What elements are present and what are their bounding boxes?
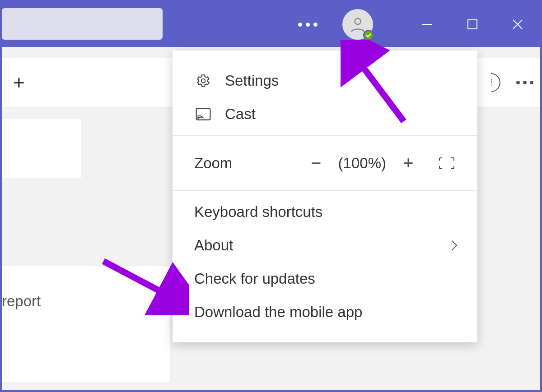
svg-line-9: [103, 261, 180, 302]
search-input[interactable]: [2, 8, 163, 40]
svg-rect-2: [468, 20, 477, 29]
svg-point-7: [197, 118, 199, 119]
cast-icon: [194, 108, 212, 120]
presence-badge-available-icon: [363, 30, 374, 41]
zoom-out-button[interactable]: −: [305, 153, 327, 173]
zoom-in-button[interactable]: +: [397, 153, 420, 173]
maximize-button[interactable]: [450, 2, 495, 47]
menu-item-label: Download the mobile app: [194, 304, 362, 321]
menu-item-label: About: [194, 237, 233, 254]
annotation-arrow-icon: [341, 40, 413, 126]
zoom-value: (100%): [338, 155, 386, 172]
menu-item-zoom: Zoom − (100%) +: [173, 140, 477, 186]
svg-point-5: [201, 79, 206, 83]
menu-item-keyboard-shortcuts[interactable]: Keyboard shortcuts: [173, 195, 477, 229]
menu-item-settings[interactable]: Settings: [173, 64, 477, 97]
menu-item-check-updates[interactable]: Check for updates: [173, 262, 477, 295]
more-options-icon[interactable]: [516, 81, 533, 84]
more-icon[interactable]: [298, 23, 318, 27]
bg-text: report: [2, 293, 41, 310]
menu-item-label: Keyboard shortcuts: [194, 203, 322, 221]
more-menu: Settings Cast Zoom − (100%) +: [173, 51, 477, 342]
menu-item-about[interactable]: About: [173, 229, 477, 262]
gear-icon: [194, 73, 212, 88]
info-icon[interactable]: i: [481, 73, 500, 92]
bg-block: [2, 119, 81, 178]
svg-point-0: [355, 18, 360, 24]
menu-item-cast[interactable]: Cast: [173, 97, 477, 131]
menu-item-download-mobile[interactable]: Download the mobile app: [173, 295, 477, 329]
titlebar-right: [298, 2, 540, 47]
menu-item-label: Check for updates: [194, 270, 315, 287]
avatar[interactable]: [342, 9, 373, 40]
menu-item-label: Cast: [225, 106, 256, 123]
zoom-label: Zoom: [194, 155, 276, 172]
title-bar: [2, 2, 540, 47]
menu-divider: [173, 135, 477, 136]
menu-item-label: Settings: [225, 72, 279, 89]
svg-line-8: [350, 49, 404, 121]
annotation-arrow-icon: [99, 257, 189, 315]
add-tab-icon[interactable]: +: [13, 71, 25, 94]
fullscreen-icon[interactable]: [438, 157, 456, 170]
menu-divider: [173, 190, 477, 191]
close-button[interactable]: [495, 2, 540, 47]
person-icon: [349, 15, 367, 33]
